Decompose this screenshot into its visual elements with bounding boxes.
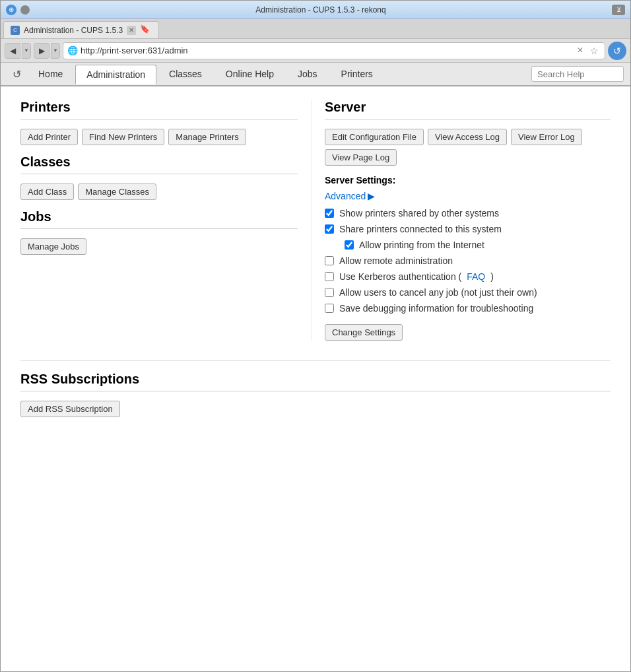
tab-printers[interactable]: Printers [330,64,384,84]
search-input[interactable] [531,66,624,82]
tab-online-help[interactable]: Online Help [215,64,285,84]
checkbox-row-debug: Save debugging information for troublesh… [325,303,611,314]
view-access-log-button[interactable]: View Access Log [428,129,507,145]
change-settings-row: Change Settings [325,324,611,341]
change-settings-button[interactable]: Change Settings [325,324,403,341]
right-column: Server Edit Configuration File View Acce… [311,100,611,341]
checkbox-label-share-other: Show printers shared by other systems [339,208,499,218]
browser-tab[interactable]: C Administration - CUPS 1.5.3 ✕ 🔖 [3,21,159,38]
nav-bar: ◀ ▼ ▶ ▼ 🌐 ✕ ☆ ↺ [1,39,630,63]
main-two-column: Printers Add Printer Find New Printers M… [20,100,611,341]
server-settings-label: Server Settings: [325,175,611,185]
tab-favicon: C [11,26,20,35]
classes-button-group: Add Class Manage Classes [20,184,298,200]
checkbox-row-kerberos: Use Kerberos authentication (FAQ) [325,271,611,282]
cups-refresh-icon[interactable]: ↺ [7,65,26,83]
add-printer-button[interactable]: Add Printer [20,129,78,145]
server-section: Server Edit Configuration File View Acce… [325,100,611,341]
window-maximize-btn[interactable]: ⊻ [612,5,625,15]
page-content: Printers Add Printer Find New Printers M… [1,86,630,671]
nav-back-btn[interactable]: ◀ [5,43,20,59]
checkbox-label-debug: Save debugging information for troublesh… [339,303,533,314]
jobs-section: Jobs Manage Jobs [20,209,298,255]
browser-icon: ⊕ [6,5,17,15]
nav-forward-btn[interactable]: ▶ [34,43,50,59]
rss-button-group: Add RSS Subscription [20,401,611,417]
window-title: Administration - CUPS 1.5.3 - rekonq [30,5,612,15]
browser-window: ⊕ Administration - CUPS 1.5.3 - rekonq ⊻… [0,0,631,672]
checkbox-kerberos[interactable] [325,272,334,281]
checkbox-row-allow-internet: Allow printing from the Internet [345,240,611,250]
jobs-divider [20,228,298,229]
rss-title: RSS Subscriptions [20,372,611,387]
add-rss-subscription-button[interactable]: Add RSS Subscription [20,401,120,417]
address-globe-icon: 🌐 [67,46,78,56]
manage-printers-button[interactable]: Manage Printers [168,129,246,145]
checkbox-label-allow-internet: Allow printing from the Internet [359,240,484,250]
faq-link[interactable]: FAQ [467,271,485,282]
nav-back-dropdown[interactable]: ▼ [22,43,31,59]
find-new-printers-button[interactable]: Find New Printers [82,129,164,145]
checkbox-share-other[interactable] [325,209,334,218]
jobs-title: Jobs [20,209,298,224]
tab-bookmark-icon: 🔖 [140,24,152,36]
printers-title: Printers [20,100,298,115]
checkbox-row-remote-admin: Allow remote administration [325,255,611,266]
nav-reload-btn[interactable]: ↺ [608,42,626,60]
address-clear-icon[interactable]: ✕ [577,46,587,56]
address-input[interactable] [81,46,574,55]
tab-classes[interactable]: Classes [158,64,213,84]
nav-forward-group: ▶ ▼ [34,43,60,59]
classes-title: Classes [20,154,298,170]
manage-classes-button[interactable]: Manage Classes [78,184,156,200]
printers-button-group: Add Printer Find New Printers Manage Pri… [20,129,298,145]
edit-config-button[interactable]: Edit Configuration File [325,129,424,145]
jobs-button-group: Manage Jobs [20,238,298,255]
checkbox-label-remote-admin: Allow remote administration [339,255,453,266]
nav-forward-dropdown[interactable]: ▼ [51,43,60,59]
checkbox-label-kerberos-prefix: Use Kerberos authentication ( [339,271,461,282]
classes-section: Classes Add Class Manage Classes [20,154,298,200]
checkbox-allow-internet[interactable] [345,240,354,250]
checkbox-label-share-this: Share printers connected to this system [339,224,502,234]
printers-divider [20,119,298,119]
tab-administration[interactable]: Administration [75,65,156,84]
title-bar: ⊕ Administration - CUPS 1.5.3 - rekonq ⊻ [1,1,630,19]
address-bar[interactable]: 🌐 ✕ ☆ [63,42,605,59]
nav-back-forward-group: ◀ ▼ [5,43,31,59]
classes-divider [20,174,298,174]
tab-home[interactable]: Home [27,64,74,84]
tab-bar: C Administration - CUPS 1.5.3 ✕ 🔖 [1,19,630,39]
server-divider [325,119,611,119]
checkbox-row-share-this: Share printers connected to this system [325,224,611,234]
server-button-group: Edit Configuration File View Access Log … [325,129,611,166]
address-star-icon[interactable]: ☆ [590,46,601,56]
checkbox-label-cancel-any: Allow users to cancel any job (not just … [339,287,537,298]
checkbox-remote-admin[interactable] [325,256,334,265]
advanced-link-row: Advanced ▶ [325,191,611,208]
manage-jobs-button[interactable]: Manage Jobs [20,238,86,255]
advanced-arrow-icon: ▶ [368,191,375,201]
printers-section: Printers Add Printer Find New Printers M… [20,100,298,145]
title-bar-left: ⊕ [6,5,30,15]
advanced-link[interactable]: Advanced ▶ [325,191,375,201]
window-close-btn[interactable] [20,5,30,15]
cups-nav: ↺ Home Administration Classes Online Hel… [1,63,630,86]
advanced-label: Advanced [325,191,366,201]
tab-close-btn[interactable]: ✕ [127,26,136,35]
rss-section: RSS Subscriptions Add RSS Subscription [20,360,611,417]
view-error-log-button[interactable]: View Error Log [511,129,582,145]
checkbox-row-share-other: Show printers shared by other systems [325,208,611,218]
checkbox-cancel-any[interactable] [325,288,334,297]
rss-divider [20,391,611,391]
add-class-button[interactable]: Add Class [20,184,74,200]
checkbox-debug[interactable] [325,304,334,313]
tab-title: Administration - CUPS 1.5.3 [24,26,123,35]
tab-jobs[interactable]: Jobs [286,64,329,84]
server-title: Server [325,100,611,115]
left-column: Printers Add Printer Find New Printers M… [20,100,311,341]
view-page-log-button[interactable]: View Page Log [325,149,397,166]
checkbox-share-this[interactable] [325,224,334,234]
checkbox-row-cancel-any: Allow users to cancel any job (not just … [325,287,611,298]
